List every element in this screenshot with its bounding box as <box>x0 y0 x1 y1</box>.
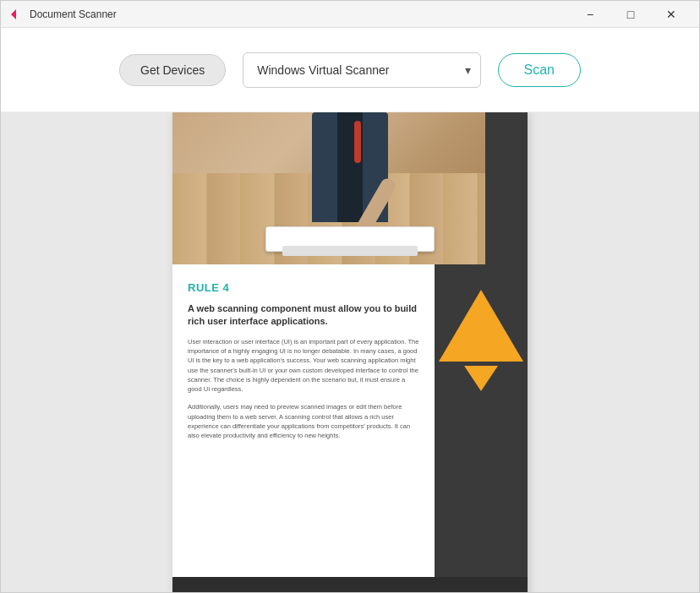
rule4-left: RULE 4 A web scanning component must all… <box>172 264 435 577</box>
rule4-right <box>435 264 528 577</box>
content-area[interactable]: RULE 4 A web scanning component must all… <box>1 112 699 592</box>
window-title: Document Scanner <box>30 8 571 20</box>
rule4-heading: A web scanning component must allow you … <box>188 302 419 329</box>
minimize-button[interactable]: − <box>571 1 610 28</box>
scan-button[interactable]: Scan <box>498 53 581 87</box>
rule4-body2: Additionally, users may need to preview … <box>188 402 419 440</box>
triangle-graphic <box>439 290 523 391</box>
document-page: RULE 4 A web scanning component must all… <box>172 112 528 592</box>
toolbar: Get Devices Windows Virtual Scanner Flat… <box>1 28 699 112</box>
svg-marker-0 <box>11 9 16 19</box>
rule4-section: RULE 4 A web scanning component must all… <box>172 264 528 577</box>
document-page-wrapper: RULE 4 A web scanning component must all… <box>172 112 528 592</box>
app-icon <box>9 8 23 21</box>
maximize-button[interactable]: □ <box>611 1 650 28</box>
get-devices-button[interactable]: Get Devices <box>119 54 226 86</box>
dark-right-strip <box>485 112 528 264</box>
title-bar: Document Scanner − □ ✕ <box>1 1 699 28</box>
photo-section <box>172 112 528 264</box>
main-window: Document Scanner − □ ✕ Get Devices Windo… <box>0 0 700 593</box>
rule4-title: RULE 4 <box>188 281 419 294</box>
close-button[interactable]: ✕ <box>652 1 691 28</box>
rule4-body1: User interaction or user interface (UI) … <box>188 337 419 394</box>
device-select-wrapper: Windows Virtual Scanner Flatbed Scanner … <box>243 52 480 88</box>
rule5-section: RULE 5 A TWAIN component must support a … <box>172 577 528 592</box>
device-select[interactable]: Windows Virtual Scanner Flatbed Scanner … <box>243 52 480 88</box>
window-controls: − □ ✕ <box>571 1 691 28</box>
